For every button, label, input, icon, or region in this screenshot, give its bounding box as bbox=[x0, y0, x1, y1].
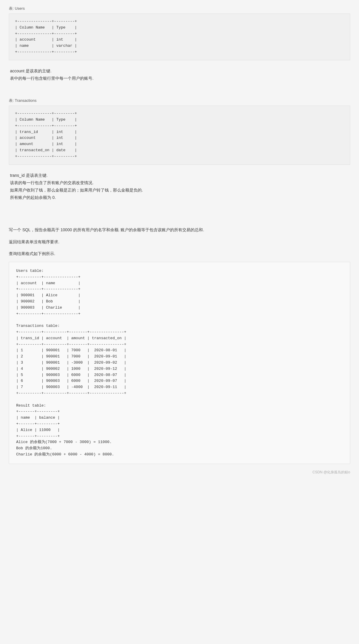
table1-desc1: account 是该表的主键. bbox=[10, 69, 51, 73]
explain-line3: Charlie 的余额为(6000 + 6000 - 4000) = 8000. bbox=[16, 452, 114, 457]
table2-label: 表: Transactions bbox=[9, 98, 350, 103]
table1-description: account 是该表的主键. 表中的每一行包含银行里中每一个用户的账号. bbox=[9, 67, 350, 82]
table1-desc2: 表中的每一行包含银行里中每一个用户的账号. bbox=[10, 76, 93, 81]
table2-description: trans_id 是该表主键. 该表的每一行包含了所有账户的交易改变情况. 如果… bbox=[9, 172, 350, 202]
explain-line2: Bob 的余额为1000. bbox=[16, 446, 52, 450]
question-line2: 返回结果表单没有顺序要求. bbox=[9, 238, 350, 246]
page-footer: CSDN @化身孤岛的鲸o bbox=[9, 470, 350, 475]
table2-desc3: 如果用户收到了钱，那么金额是正的；如果用户转了钱，那么金额是负的. bbox=[10, 188, 143, 192]
table1-box: +---------------+---------+ | Column Nam… bbox=[9, 14, 350, 60]
explain-line1: Alice 的余额为(7000 + 7000 - 3000) = 11000. bbox=[16, 440, 112, 444]
table1-label: 表: Users bbox=[9, 6, 350, 11]
users-table-content: +----------+---------------+ | account |… bbox=[16, 275, 80, 316]
table2-box: +---------------+---------+ | Column Nam… bbox=[9, 106, 350, 164]
users-table-label: Users table: bbox=[16, 269, 44, 273]
transactions-table-content: +----------+----------+--------+--------… bbox=[16, 330, 126, 395]
question-line3: 查询结果格式如下例所示. bbox=[9, 250, 350, 258]
transactions-label: Transactions table: bbox=[16, 324, 60, 328]
result-label: Result table: bbox=[16, 403, 46, 408]
example-box: Users table: +----------+---------------… bbox=[9, 262, 350, 464]
question-line1: 写一个 SQL，报告余额高于 10000 的所有用户的名字和余额. 账户的余额等… bbox=[9, 226, 350, 234]
result-table-content: +-------+---------+ | name | balance | +… bbox=[16, 409, 60, 438]
table2-desc1: trans_id 是该表主键. bbox=[10, 173, 48, 178]
table2-desc4: 所有账户的起始余额为 0. bbox=[10, 195, 56, 200]
table2-desc2: 该表的每一行包含了所有账户的交易改变情况. bbox=[10, 180, 93, 185]
